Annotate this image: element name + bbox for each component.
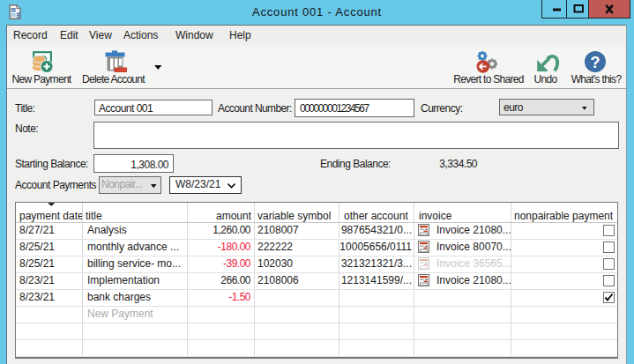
svg-text:?: ? [591,54,600,71]
